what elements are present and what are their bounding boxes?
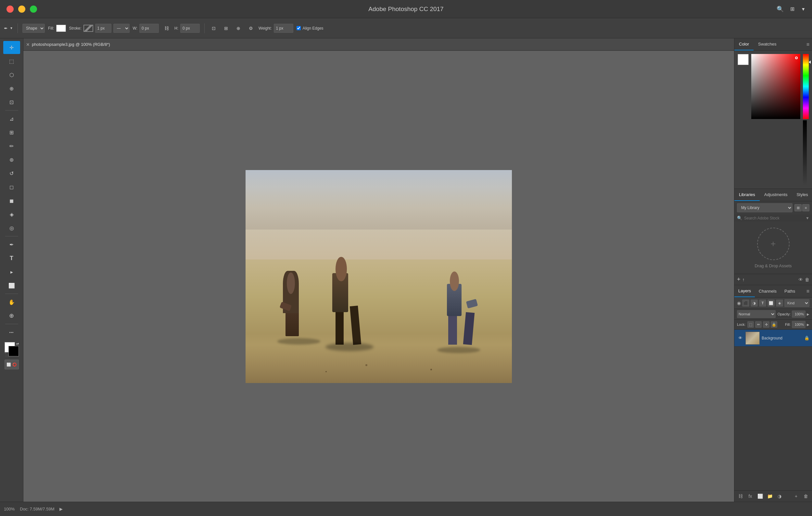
shape-tool[interactable]: ⬜ [3, 279, 20, 292]
filter-text-button[interactable]: T [759, 299, 766, 307]
status-more-icon[interactable]: ▶ [59, 507, 63, 512]
brush-tool[interactable]: ✏ [3, 139, 20, 153]
settings-icon[interactable]: ⚙ [246, 24, 255, 33]
filter-smart-object-button[interactable]: ◈ [776, 299, 783, 307]
close-button[interactable] [6, 5, 13, 13]
quick-mask-button[interactable]: ⬜ ⭕ [4, 360, 19, 369]
hand-tool[interactable]: ✋ [3, 296, 20, 308]
default-colors-icon[interactable]: ⬛ [4, 353, 8, 356]
clone-tool[interactable]: ⊛ [3, 153, 20, 166]
align-icon[interactable]: ⊡ [209, 24, 218, 33]
upload-to-library-button[interactable]: ↑ [743, 277, 745, 282]
filter-pixel-button[interactable]: ⬛ [742, 299, 749, 307]
stroke-type-select[interactable]: — [113, 24, 129, 33]
dodge-tool[interactable]: ◎ [3, 221, 20, 235]
tab-channels[interactable]: Channels [755, 285, 781, 297]
move-tool[interactable]: ✛ [3, 41, 20, 54]
background-color[interactable] [8, 346, 19, 356]
tab-swatches[interactable]: Swatches [754, 38, 781, 50]
eraser-tool[interactable]: ◻ [3, 181, 20, 193]
tool-preset-icon[interactable]: ✒ [4, 26, 8, 31]
layer-visibility-toggle[interactable]: 👁 [737, 335, 744, 342]
stroke-color-box[interactable] [84, 25, 93, 32]
more-tools-button[interactable]: ••• [3, 326, 20, 339]
opacity-chevron-icon[interactable]: ▶ [807, 313, 809, 316]
path-ops-icon[interactable]: ⊕ [234, 24, 243, 33]
weight-input[interactable] [274, 24, 293, 33]
window-controls[interactable] [6, 5, 37, 13]
create-group-button[interactable]: 📁 [766, 493, 773, 500]
layer-item-background[interactable]: 👁 Background 🔒 [734, 330, 812, 347]
eyedropper-tool[interactable]: ⊿ [3, 112, 20, 125]
minimize-button[interactable] [18, 5, 25, 13]
add-mask-button[interactable]: ⬜ [756, 493, 763, 500]
link-icon[interactable]: ⛓ [162, 24, 171, 33]
height-input[interactable] [180, 24, 200, 33]
filter-shape-button[interactable]: ⬜ [767, 299, 775, 307]
width-input[interactable] [139, 24, 159, 33]
lock-all-button[interactable]: 🔒 [771, 321, 777, 328]
marquee-tool[interactable]: ⬚ [3, 55, 20, 67]
grid-view-button[interactable]: ⊞ [794, 204, 802, 211]
heal-tool[interactable]: ⊞ [3, 126, 20, 139]
quick-select-tool[interactable]: ⊕ [3, 82, 20, 95]
fill-chevron-icon[interactable]: ▶ [807, 323, 809, 326]
tab-color[interactable]: Color [734, 38, 754, 50]
filter-on-off-icon[interactable]: ◉ [737, 300, 741, 306]
link-layers-button[interactable]: ⛓ [737, 493, 744, 500]
tab-libraries[interactable]: Libraries [734, 189, 760, 201]
library-select[interactable]: My Library [737, 203, 792, 212]
tool-preset-arrow[interactable]: ▼ [10, 26, 13, 30]
crop-tool[interactable]: ⊡ [3, 96, 20, 109]
tab-layers[interactable]: Layers [734, 285, 755, 297]
opacity-input[interactable] [792, 310, 806, 318]
create-adjustment-button[interactable]: ◑ [776, 493, 783, 500]
zoom-tool[interactable]: ⊕ [3, 309, 20, 322]
maximize-button[interactable] [30, 5, 37, 13]
fill-color-box[interactable] [56, 25, 66, 32]
gradient-tool[interactable]: ◼ [3, 194, 20, 207]
window-controls-icon[interactable]: ⊞ [790, 6, 794, 12]
new-layer-button[interactable]: + [792, 493, 800, 500]
chevron-down-icon[interactable]: ▼ [801, 6, 806, 12]
path-select-tool[interactable]: ▸ [3, 265, 20, 278]
foreground-color-box[interactable] [737, 54, 749, 65]
tab-close-button[interactable]: ✕ [26, 42, 30, 47]
lock-image-pixels-button[interactable]: ✏ [755, 321, 762, 328]
lasso-tool[interactable]: ⬡ [3, 68, 20, 81]
fill-input[interactable] [792, 321, 806, 328]
color-field[interactable] [751, 54, 800, 119]
tool-mode-select[interactable]: Shape [22, 24, 45, 33]
invite-people-icon[interactable]: 👁 [799, 277, 803, 282]
blend-mode-select[interactable]: Normal [737, 310, 776, 318]
layers-panel-menu-icon[interactable]: ≡ [807, 289, 809, 294]
text-tool[interactable]: T [3, 252, 20, 265]
document-tab-title[interactable]: photoshopsample3.jpg @ 100% (RGB/8*) [32, 42, 110, 47]
swap-colors-icon[interactable]: ⇄ [16, 342, 19, 346]
lock-position-button[interactable]: ✛ [763, 321, 770, 328]
tab-adjustments[interactable]: Adjustments [760, 189, 792, 201]
search-icon[interactable]: 🔍 [777, 5, 784, 13]
filter-kind-select[interactable]: Kind [784, 299, 809, 307]
add-asset-button[interactable]: + [757, 227, 790, 260]
align-edges-checkbox[interactable] [296, 26, 301, 30]
tab-styles[interactable]: Styles [792, 189, 812, 201]
list-view-button[interactable]: ≡ [802, 204, 809, 211]
add-layer-style-button[interactable]: fx [747, 493, 754, 500]
stock-search-input[interactable] [744, 216, 804, 220]
alpha-spectrum[interactable] [803, 120, 807, 185]
delete-asset-icon[interactable]: 🗑 [805, 277, 809, 282]
filter-adjustment-button[interactable]: ◑ [751, 299, 758, 307]
pen-tool[interactable]: ✒ [3, 238, 20, 251]
blur-tool[interactable]: ◈ [3, 208, 20, 221]
history-brush-tool[interactable]: ↺ [3, 167, 20, 180]
lock-transparent-pixels-button[interactable]: ⬚ [747, 321, 754, 328]
hue-spectrum[interactable] [803, 54, 809, 119]
delete-layer-button[interactable]: 🗑 [802, 493, 809, 500]
search-dropdown-icon[interactable]: ▼ [806, 216, 809, 220]
color-panel-menu-icon[interactable]: ≡ [807, 42, 809, 48]
tab-paths[interactable]: Paths [781, 285, 799, 297]
color-selector[interactable]: ⇄ ⬛ [4, 342, 19, 356]
stroke-width-input[interactable] [95, 24, 111, 33]
add-library-item-button[interactable]: + [737, 276, 741, 283]
